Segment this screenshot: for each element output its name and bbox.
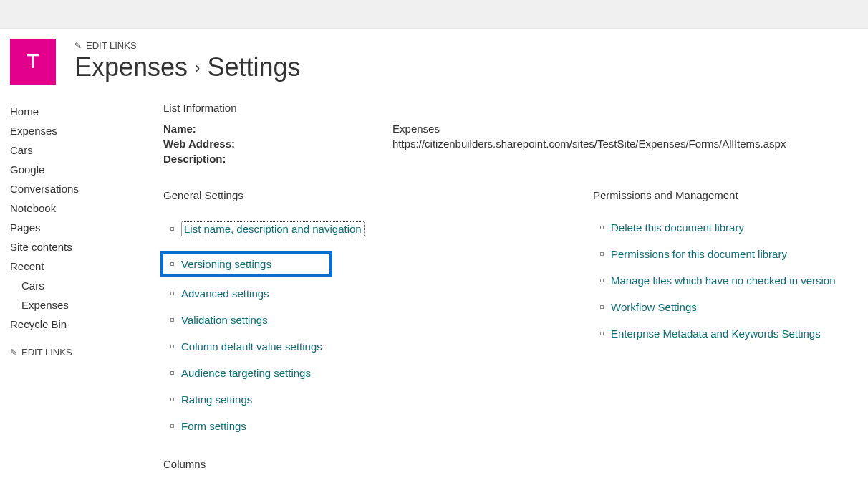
link-list-name-description-navigation[interactable]: List name, description and navigation — [181, 221, 365, 236]
site-logo[interactable]: T — [10, 39, 56, 85]
setting-row-advanced: Advanced settings — [163, 287, 593, 300]
permissions-heading: Permissions and Management — [593, 189, 854, 201]
columns-heading: Columns — [163, 458, 593, 470]
link-rating-settings[interactable]: Rating settings — [181, 393, 252, 406]
setting-row-form: Form settings — [163, 420, 593, 432]
link-permissions-document-library[interactable]: Permissions for this document library — [611, 248, 787, 260]
bullet-icon — [600, 305, 604, 309]
bullet-icon — [600, 279, 604, 282]
edit-links-top[interactable]: ✎ EDIT LINKS — [74, 40, 301, 51]
link-delete-document-library[interactable]: Delete this document library — [611, 221, 744, 234]
setting-row-workflow: Workflow Settings — [593, 301, 854, 313]
setting-row-audience-targeting: Audience targeting settings — [163, 367, 593, 379]
bullet-icon — [170, 292, 174, 295]
setting-row-permissions: Permissions for this document library — [593, 248, 854, 260]
nav-recent-expenses[interactable]: Expenses — [10, 295, 143, 315]
link-column-default-value-settings[interactable]: Column default value settings — [181, 340, 322, 353]
highlighted-versioning-settings: Versioning settings — [160, 251, 332, 277]
pencil-icon: ✎ — [74, 41, 82, 51]
bullet-icon — [170, 345, 174, 348]
top-bar — [0, 0, 868, 29]
link-validation-settings[interactable]: Validation settings — [181, 314, 268, 326]
bullet-icon — [170, 398, 174, 401]
nav-notebook[interactable]: Notebook — [10, 198, 143, 218]
permissions-column: Permissions and Management Delete this d… — [593, 188, 854, 470]
pencil-icon: ✎ — [10, 348, 17, 358]
link-advanced-settings[interactable]: Advanced settings — [181, 287, 269, 300]
info-desc-value — [278, 151, 786, 166]
link-manage-unchecked-files[interactable]: Manage files which have no checked in ve… — [611, 274, 836, 287]
nav-recent-cars[interactable]: Cars — [10, 276, 143, 295]
setting-row-delete-library: Delete this document library — [593, 221, 854, 234]
nav-google[interactable]: Google — [10, 160, 143, 179]
nav-recent[interactable]: Recent — [10, 257, 143, 276]
bullet-icon — [600, 332, 604, 335]
general-settings-heading: General Settings — [163, 189, 593, 201]
link-audience-targeting-settings[interactable]: Audience targeting settings — [181, 367, 311, 379]
breadcrumb-current: Settings — [207, 52, 300, 82]
link-enterprise-metadata-settings[interactable]: Enterprise Metadata and Keywords Setting… — [611, 327, 821, 340]
breadcrumb: Expenses › Settings — [74, 52, 301, 82]
nav-site-contents[interactable]: Site contents — [10, 237, 143, 257]
bullet-icon — [170, 227, 174, 231]
main-content: List Information Name: Expenses Web Addr… — [143, 102, 868, 470]
setting-row-column-default: Column default value settings — [163, 340, 593, 353]
info-web-label: Web Address: — [163, 136, 278, 151]
bullet-icon — [170, 262, 174, 266]
nav-pages[interactable]: Pages — [10, 218, 143, 237]
link-workflow-settings[interactable]: Workflow Settings — [611, 301, 697, 313]
bullet-icon — [600, 252, 604, 256]
setting-row-enterprise-metadata: Enterprise Metadata and Keywords Setting… — [593, 327, 854, 340]
bullet-icon — [170, 318, 174, 322]
info-name-value: Expenses — [278, 121, 786, 136]
info-name-label: Name: — [163, 121, 278, 136]
site-logo-letter: T — [26, 50, 39, 73]
bullet-icon — [170, 371, 174, 375]
page-header: T ✎ EDIT LINKS Expenses › Settings — [0, 29, 868, 85]
bullet-icon — [170, 424, 174, 428]
breadcrumb-separator: › — [195, 59, 200, 77]
nav-conversations[interactable]: Conversations — [10, 179, 143, 198]
nav-home[interactable]: Home — [10, 102, 143, 121]
setting-row-manage-files: Manage files which have no checked in ve… — [593, 274, 854, 287]
setting-row-rating: Rating settings — [163, 393, 593, 406]
edit-links-top-label: EDIT LINKS — [86, 40, 137, 51]
bullet-icon — [600, 226, 604, 229]
link-versioning-settings[interactable]: Versioning settings — [181, 258, 271, 270]
list-information-table: Name: Expenses Web Address: https://citi… — [163, 121, 786, 166]
list-information-heading: List Information — [163, 102, 854, 114]
setting-row-validation: Validation settings — [163, 314, 593, 326]
nav-recycle-bin[interactable]: Recycle Bin — [10, 315, 143, 334]
nav-expenses[interactable]: Expenses — [10, 121, 143, 140]
info-web-value: https://citizenbuilders.sharepoint.com/s… — [278, 136, 786, 151]
info-desc-label: Description: — [163, 151, 278, 166]
edit-links-bottom-label: EDIT LINKS — [21, 347, 72, 358]
general-settings-column: General Settings List name, description … — [163, 188, 593, 470]
left-navigation: Home Expenses Cars Google Conversations … — [0, 102, 143, 470]
nav-cars[interactable]: Cars — [10, 140, 143, 160]
link-form-settings[interactable]: Form settings — [181, 420, 246, 432]
breadcrumb-library[interactable]: Expenses — [74, 52, 188, 82]
edit-links-bottom[interactable]: ✎ EDIT LINKS — [10, 347, 143, 358]
setting-row-list-name: List name, description and navigation — [163, 221, 593, 236]
